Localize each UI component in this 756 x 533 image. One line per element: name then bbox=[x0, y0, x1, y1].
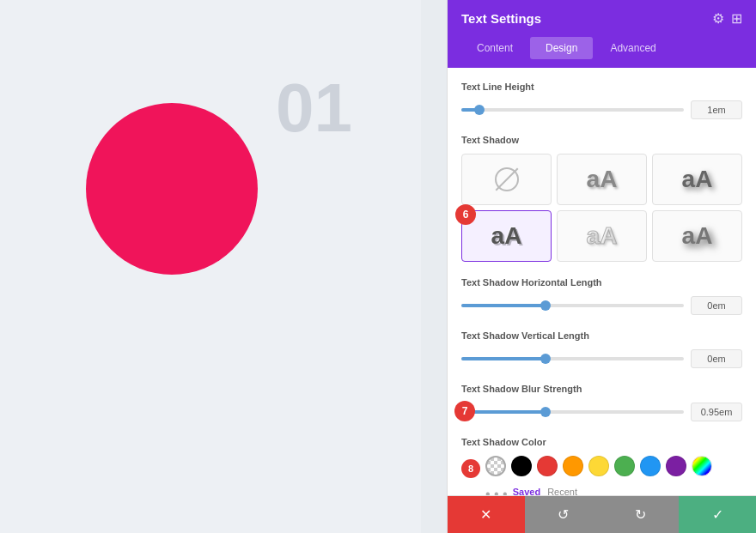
color-swatch-yellow[interactable] bbox=[588, 456, 609, 476]
no-shadow-icon bbox=[495, 167, 519, 191]
line-height-slider-row: 1em bbox=[461, 100, 742, 119]
color-swatch-blue[interactable] bbox=[640, 456, 661, 476]
cancel-button[interactable]: ✕ bbox=[448, 496, 525, 533]
shadow-options-grid: aA aA 6 aA aA aA bbox=[461, 154, 742, 262]
recent-label[interactable]: Recent bbox=[547, 487, 577, 495]
shadow-option-3[interactable]: 6 aA bbox=[461, 210, 552, 262]
settings-icon[interactable]: ⚙ bbox=[712, 10, 724, 27]
badge-6: 6 bbox=[455, 204, 476, 225]
shadow-blur-slider[interactable] bbox=[461, 410, 684, 414]
line-height-slider[interactable] bbox=[461, 108, 684, 112]
tab-design[interactable]: Design bbox=[530, 37, 593, 59]
shadow-vertical-value[interactable]: 0em bbox=[691, 349, 742, 368]
color-swatch-custom[interactable] bbox=[692, 456, 712, 476]
color-swatch-black[interactable] bbox=[511, 456, 532, 476]
text-settings-panel: Text Settings ⚙ ⊞ Content Design Advance… bbox=[447, 0, 756, 533]
shadow-option-none[interactable] bbox=[461, 154, 552, 205]
text-shadow-horizontal-section: Text Shadow Horizontal Length 0em bbox=[461, 277, 742, 315]
shadow-vertical-thumb[interactable] bbox=[540, 354, 551, 364]
reset-button[interactable]: ↺ bbox=[525, 496, 602, 533]
text-shadow-blur-section: Text Shadow Blur Strength 0.95em 7 bbox=[461, 384, 742, 421]
badge-7: 7 bbox=[454, 401, 475, 421]
redo-button[interactable]: ↻ bbox=[602, 496, 680, 533]
shadow-vertical-slider[interactable] bbox=[461, 357, 684, 360]
shadow-option-2[interactable]: aA bbox=[652, 154, 742, 205]
shadow-preview-2: aA bbox=[682, 166, 713, 193]
tab-advanced[interactable]: Advanced bbox=[594, 37, 671, 59]
panel-body: Text Line Height 1em Text Shadow aA bbox=[448, 68, 756, 495]
shadow-vertical-slider-row: 0em bbox=[461, 349, 742, 368]
shadow-horizontal-value[interactable]: 0em bbox=[691, 296, 742, 315]
shadow-horizontal-thumb[interactable] bbox=[540, 300, 551, 311]
text-shadow-vertical-section: Text Shadow Vertical Length 0em bbox=[461, 330, 742, 368]
shadow-horizontal-fill bbox=[461, 304, 546, 307]
expand-icon[interactable]: ⊞ bbox=[731, 10, 742, 27]
save-button[interactable]: ✓ bbox=[679, 496, 756, 533]
shadow-option-1[interactable]: aA bbox=[557, 154, 647, 205]
canvas-number: 01 bbox=[276, 69, 352, 148]
line-height-value[interactable]: 1em bbox=[691, 100, 742, 119]
color-swatches bbox=[485, 456, 712, 476]
color-swatch-orange[interactable] bbox=[563, 456, 583, 476]
text-line-height-section: Text Line Height 1em bbox=[461, 82, 742, 119]
color-more-icon[interactable]: • • • bbox=[485, 487, 508, 495]
badge-8: 8 bbox=[461, 459, 480, 478]
panel-title: Text Settings bbox=[461, 11, 541, 26]
shadow-option-5[interactable]: aA bbox=[652, 210, 742, 262]
tab-content[interactable]: Content bbox=[461, 37, 528, 59]
shadow-preview-4: aA bbox=[587, 222, 618, 250]
color-swatch-transparent[interactable] bbox=[485, 456, 506, 476]
shadow-vertical-fill bbox=[461, 357, 546, 360]
shadow-preview-5: aA bbox=[682, 222, 713, 250]
canvas-area: 01 bbox=[0, 0, 421, 533]
shadow-horizontal-slider-row: 0em bbox=[461, 296, 742, 315]
text-shadow-blur-label: Text Shadow Blur Strength bbox=[461, 384, 742, 394]
tabs-bar: Content Design Advanced bbox=[448, 37, 756, 68]
shadow-preview-1: aA bbox=[587, 166, 618, 193]
text-shadow-section: Text Shadow aA aA 6 aA bbox=[461, 135, 742, 262]
text-shadow-color-label: Text Shadow Color bbox=[461, 437, 742, 447]
decorative-circle bbox=[86, 103, 258, 275]
shadow-option-4[interactable]: aA bbox=[557, 210, 647, 262]
shadow-horizontal-slider[interactable] bbox=[461, 304, 684, 307]
shadow-blur-slider-row: 0.95em 7 bbox=[461, 403, 742, 421]
color-swatch-purple[interactable] bbox=[666, 456, 686, 476]
shadow-preview-3: aA bbox=[491, 222, 522, 250]
text-shadow-vertical-label: Text Shadow Vertical Length bbox=[461, 330, 742, 341]
text-shadow-label: Text Shadow bbox=[461, 135, 742, 145]
text-shadow-color-section: Text Shadow Color 8 • • • S bbox=[461, 437, 742, 495]
shadow-blur-thumb[interactable] bbox=[540, 407, 551, 417]
text-shadow-horizontal-label: Text Shadow Horizontal Length bbox=[461, 277, 742, 288]
bottom-bar: ✕ ↺ ↻ ✓ bbox=[448, 495, 756, 533]
color-saved-recent: Saved Recent bbox=[513, 487, 577, 495]
color-swatch-green[interactable] bbox=[614, 456, 635, 476]
shadow-blur-value[interactable]: 0.95em bbox=[691, 403, 742, 421]
saved-label[interactable]: Saved bbox=[513, 487, 540, 495]
panel-header: Text Settings ⚙ ⊞ bbox=[448, 0, 756, 37]
header-icons: ⚙ ⊞ bbox=[712, 10, 742, 27]
color-swatch-red[interactable] bbox=[537, 456, 558, 476]
text-line-height-label: Text Line Height bbox=[461, 82, 742, 92]
line-height-thumb[interactable] bbox=[474, 105, 485, 115]
